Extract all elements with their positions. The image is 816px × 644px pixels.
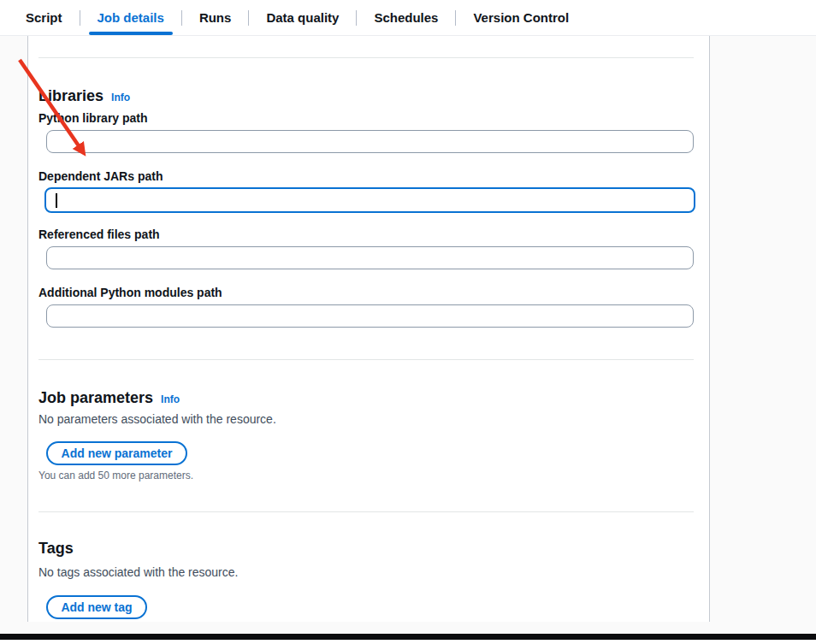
tab-runs[interactable]: Runs [182,0,249,35]
text-cursor [56,193,57,208]
additional-python-modules-path-label: Additional Python modules path [38,286,222,299]
job-parameters-hint-text: You can add 50 more parameters. [38,470,193,482]
libraries-heading: LibrariesInfo [38,87,130,106]
tab-script[interactable]: Script [9,0,80,35]
tags-heading: Tags [38,540,74,557]
job-parameters-heading: Job parametersInfo [38,389,180,408]
libraries-title: Libraries [38,87,103,104]
tab-bar: Script Job details Runs Data quality Sch… [0,0,816,36]
add-new-tag-button[interactable]: Add new tag [46,595,147,619]
python-library-path-label: Python library path [38,111,148,125]
libraries-info-link[interactable]: Info [111,92,130,103]
window-bottom-margin [0,640,816,644]
tags-title: Tags [38,540,74,557]
job-parameters-title: Job parameters [38,389,153,406]
tab-schedules[interactable]: Schedules [357,0,455,35]
section-divider [38,511,694,512]
tab-job-details[interactable]: Job details [80,0,181,35]
dependent-jars-path-input[interactable] [44,187,695,213]
job-parameters-info-link[interactable]: Info [161,393,180,405]
referenced-files-path-label: Referenced files path [38,227,160,241]
job-parameters-empty-text: No parameters associated with the resour… [38,412,276,426]
section-divider [38,359,694,360]
window-bottom-bar [0,634,816,640]
python-library-path-input[interactable] [46,130,694,153]
tags-empty-text: No tags associated with the resource. [38,565,238,579]
section-divider [38,57,694,58]
add-new-parameter-button[interactable]: Add new parameter [46,441,187,465]
referenced-files-path-input[interactable] [46,246,694,269]
tab-data-quality[interactable]: Data quality [249,0,356,35]
tab-version-control[interactable]: Version Control [456,0,586,35]
dependent-jars-path-label: Dependent JARs path [38,169,163,183]
additional-python-modules-path-input[interactable] [46,304,694,328]
job-details-panel: LibrariesInfo Python library path Depend… [27,36,710,622]
